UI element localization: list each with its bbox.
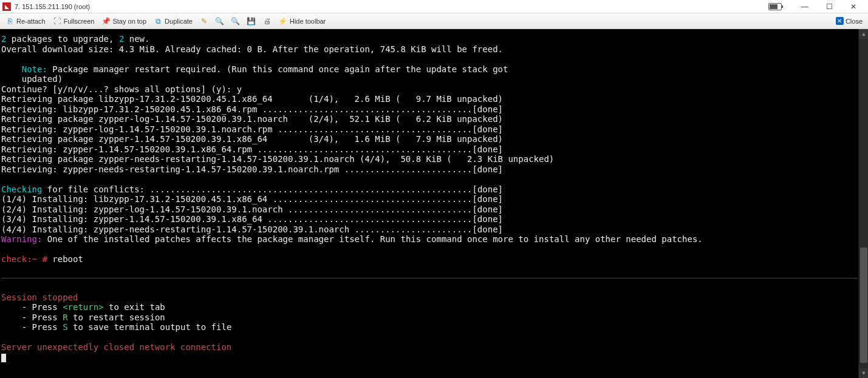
zoom-in-icon: 🔍 bbox=[216, 17, 224, 25]
terminal[interactable]: 2 packages to upgrade, 2 new. Overall do… bbox=[0, 29, 858, 378]
close-icon: ✕ bbox=[836, 17, 844, 25]
zoom-in-button[interactable]: 🔍 bbox=[213, 16, 227, 27]
toolbar: ⎘ Re-attach ⛶ Fullscreen 📌 Stay on top ⧉… bbox=[0, 13, 868, 29]
window-close-button[interactable]: ✕ bbox=[841, 0, 866, 13]
scroll-thumb[interactable] bbox=[860, 248, 867, 363]
scroll-up-arrow-icon[interactable]: ▲ bbox=[859, 29, 868, 39]
terminal-wrap: 2 packages to upgrade, 2 new. Overall do… bbox=[0, 29, 868, 378]
stay-on-top-button[interactable]: 📌 Stay on top bbox=[98, 16, 149, 27]
print-button[interactable]: 🖨 bbox=[260, 16, 275, 27]
fullscreen-button[interactable]: ⛶ Fullscreen bbox=[50, 16, 98, 27]
zoom-out-button[interactable]: 🔍 bbox=[228, 16, 243, 27]
duplicate-icon: ⧉ bbox=[154, 17, 162, 25]
hide-toolbar-label: Hide toolbar bbox=[290, 18, 326, 25]
pencil-icon: ✎ bbox=[200, 17, 208, 25]
duplicate-button[interactable]: ⧉ Duplicate bbox=[151, 16, 196, 27]
zoom-out-icon: 🔍 bbox=[231, 17, 240, 25]
edit-button[interactable]: ✎ bbox=[197, 16, 211, 27]
pin-icon: 📌 bbox=[101, 17, 110, 25]
reattach-label: Re-attach bbox=[16, 18, 46, 25]
lightning-icon: ⚡ bbox=[279, 17, 287, 25]
close-tab-button[interactable]: ✕ Close bbox=[833, 16, 866, 26]
save-button[interactable]: 💾 bbox=[244, 16, 259, 27]
vertical-scrollbar[interactable]: ▲ ▼ bbox=[858, 29, 868, 378]
reattach-button[interactable]: ⎘ Re-attach bbox=[2, 16, 49, 27]
battery-icon bbox=[768, 3, 782, 10]
maximize-button[interactable]: ☐ bbox=[817, 0, 841, 13]
close-tab-label: Close bbox=[846, 18, 863, 25]
reattach-icon: ⎘ bbox=[5, 17, 14, 25]
stay-on-top-label: Stay on top bbox=[112, 18, 146, 25]
window-title: 7. 151.155.211.190 (root) bbox=[15, 3, 90, 10]
duplicate-label: Duplicate bbox=[165, 18, 193, 25]
app-icon bbox=[2, 2, 11, 11]
title-bar: 7. 151.155.211.190 (root) — ☐ ✕ bbox=[0, 0, 868, 13]
floppy-icon: 💾 bbox=[247, 17, 256, 25]
minimize-button[interactable]: — bbox=[793, 0, 817, 13]
fullscreen-label: Fullscreen bbox=[64, 18, 95, 25]
fullscreen-icon: ⛶ bbox=[53, 17, 61, 25]
hide-toolbar-button[interactable]: ⚡ Hide toolbar bbox=[276, 16, 329, 27]
scroll-down-arrow-icon[interactable]: ▼ bbox=[859, 368, 868, 378]
printer-icon: 🖨 bbox=[263, 17, 272, 25]
